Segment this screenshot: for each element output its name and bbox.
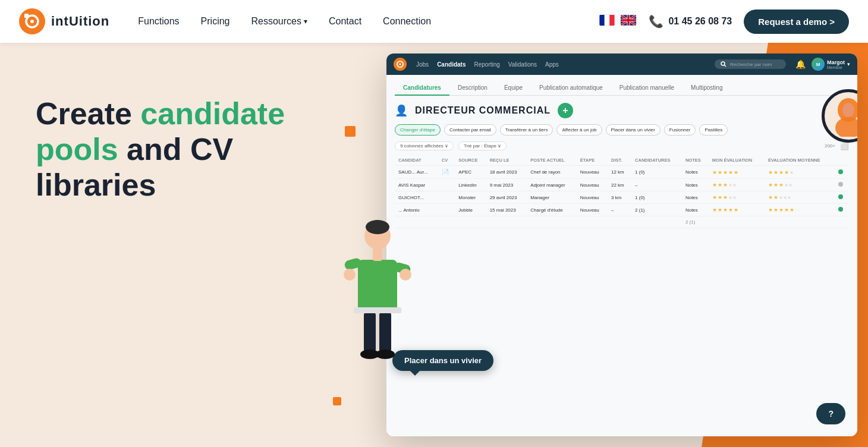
tab-candidatures[interactable]: Candidatures — [395, 81, 449, 96]
svg-rect-4 — [600, 15, 605, 26]
svg-point-18 — [360, 350, 379, 359]
phone-number[interactable]: 📞 01 45 26 08 73 — [649, 14, 732, 29]
mockup-title-row: 👤 DIRECTEUR COMMERCIAL + — [395, 103, 849, 118]
fusionner-btn[interactable]: Fusionner — [664, 124, 696, 136]
bell-icon: 🔔 — [795, 59, 806, 69]
candidate-name: ... Antonio — [395, 204, 438, 216]
mockup-right-icons: 🔔 M Margot Membre ▾ — [795, 58, 850, 71]
mockup-content: Candidatures Description Equipe Publicat… — [386, 75, 857, 436]
contacter-email-btn[interactable]: Contacter par email — [444, 124, 496, 136]
nav-links: Functions Pricing Ressources ▾ Contact C… — [138, 16, 599, 27]
affecter-job-btn[interactable]: Affecter à un job — [556, 124, 602, 136]
mockup-filters: 9 colonnes affichées ∨ Trié par : Étape … — [395, 141, 849, 150]
transferer-btn[interactable]: Transférer à un tiers — [500, 124, 553, 136]
tab-description[interactable]: Description — [449, 81, 496, 96]
deco-square-2 — [333, 397, 341, 405]
table-footer-row: 2 (1) — [395, 216, 849, 228]
user-group-icon: 👤 — [395, 104, 408, 117]
tab-publication-auto[interactable]: Publication automatique — [531, 81, 611, 96]
placer-vivier-tooltip: Placer dans un vivier — [392, 350, 493, 371]
svg-point-9 — [366, 220, 389, 234]
nav-connection[interactable]: Connection — [383, 16, 431, 27]
mockup-nav-validations[interactable]: Validations — [508, 61, 537, 68]
col-recule: REÇU LE — [486, 155, 527, 166]
table-row[interactable]: GUICHOT... Monster 29 avril 2023 Manager… — [395, 191, 849, 204]
user-dropdown-icon: ▾ — [847, 61, 850, 67]
svg-rect-6 — [610, 15, 615, 26]
logo-text: intUition — [51, 14, 109, 29]
search-placeholder: Recherche par nom — [730, 62, 772, 67]
flag-uk[interactable] — [620, 14, 637, 29]
add-candidate-button[interactable]: + — [558, 103, 573, 118]
mockup-topbar: Jobs Candidats Reporting Validations App… — [386, 53, 857, 75]
tab-multiposting[interactable]: Multiposting — [683, 81, 731, 96]
placer-vivier-btn[interactable]: Placer dans un vivier — [606, 124, 661, 136]
mockup-nav-jobs[interactable]: Jobs — [416, 61, 429, 68]
mockup-nav: Jobs Candidats Reporting Validations App… — [416, 61, 705, 68]
language-flags — [599, 14, 637, 29]
logo[interactable]: intUition — [19, 8, 109, 34]
tab-equipe[interactable]: Equipe — [496, 81, 531, 96]
svg-point-24 — [721, 62, 725, 65]
flag-french[interactable] — [599, 14, 615, 29]
mockup-nav-candidats[interactable]: Candidats — [437, 61, 466, 68]
col-source: SOURCE — [455, 155, 486, 166]
svg-rect-11 — [373, 248, 382, 261]
nav-ressources[interactable]: Ressources ▾ — [251, 16, 307, 27]
svg-point-28 — [835, 117, 857, 137]
candidates-table: CANDIDAT CV SOURCE REÇU LE POSTE ACTUEL … — [395, 155, 849, 228]
col-cv: CV — [438, 155, 455, 166]
app-screenshot: Jobs Candidats Reporting Validations App… — [386, 53, 857, 436]
col-status — [835, 155, 849, 166]
table-row[interactable]: ... Antonio Jobble 15 mai 2023 Chargé d'… — [395, 204, 849, 216]
col-mon-eval: MON ÉVALUATION — [709, 155, 765, 166]
mockup-nav-apps[interactable]: Apps — [545, 61, 559, 68]
help-button[interactable]: ? — [816, 403, 845, 424]
svg-point-23 — [400, 64, 401, 65]
tab-publication-manuelle[interactable]: Publication manuelle — [611, 81, 683, 96]
svg-point-3 — [30, 20, 34, 23]
hero-section: Create candidate pools and CV libraries — [0, 43, 868, 447]
table-row[interactable]: AVIS Kaspar LinkedIn 9 mai 2023 Adjoint … — [395, 179, 849, 191]
chevron-down-icon: ▾ — [304, 17, 307, 26]
col-candidat: CANDIDAT — [395, 155, 438, 166]
mockup-search[interactable]: Recherche par nom — [715, 59, 786, 69]
col-etape: ÉTAPE — [577, 155, 608, 166]
magnifier-circle — [822, 89, 857, 143]
col-eval-moy: ÉVALUATION MOYENNE — [765, 155, 835, 166]
candidate-name: AVIS Kaspar — [395, 179, 438, 191]
nav-pricing[interactable]: Pricing — [201, 16, 230, 27]
col-dist: DIST. — [608, 155, 631, 166]
columns-filter[interactable]: 9 colonnes affichées ∨ — [395, 141, 454, 150]
search-icon — [721, 61, 727, 67]
hero-text: Create candidate pools and CV libraries — [36, 96, 285, 203]
svg-line-25 — [725, 65, 727, 67]
job-title: DIRECTEUR COMMERCIAL — [415, 105, 551, 116]
col-poste: POSTE ACTUEL — [527, 155, 576, 166]
mockup-user-name: Margot Membre — [827, 59, 845, 70]
nav-right: 📞 01 45 26 08 73 Request a demo > — [599, 10, 849, 34]
mockup-nav-reporting[interactable]: Reporting — [474, 61, 499, 68]
pastilles-btn[interactable]: Pastilles — [699, 124, 728, 136]
cv-icon: 📄 — [438, 166, 455, 179]
nav-functions[interactable]: Functions — [138, 16, 179, 27]
changer-etape-btn[interactable]: Changer d'étape — [395, 124, 441, 136]
mockup-avatar: M — [812, 58, 825, 71]
candidate-name: GUICHOT... — [395, 191, 438, 204]
hero-title: Create candidate pools and CV libraries — [36, 96, 285, 203]
nav-contact[interactable]: Contact — [329, 16, 361, 27]
svg-rect-12 — [344, 257, 362, 271]
mockup-tabs: Candidatures Description Equipe Publicat… — [395, 81, 849, 96]
sort-filter[interactable]: Trié par : Étape ∨ — [458, 141, 507, 150]
user-info: M Margot Membre ▾ — [812, 58, 850, 71]
mockup-actions: Changer d'étape Contacter par email Tran… — [395, 124, 849, 136]
svg-rect-5 — [605, 15, 609, 26]
svg-point-14 — [344, 269, 356, 281]
table-row[interactable]: SAUD... Aur... 📄 APEC 18 avril 2023 Chef… — [395, 166, 849, 179]
magnifier — [822, 89, 857, 155]
navbar: intUition Functions Pricing Ressources ▾… — [0, 0, 868, 43]
request-demo-button[interactable]: Request a demo > — [744, 10, 849, 34]
candidate-name: SAUD... Aur... — [395, 166, 438, 179]
mockup-logo-icon — [394, 58, 407, 71]
col-notes: NOTES — [682, 155, 709, 166]
